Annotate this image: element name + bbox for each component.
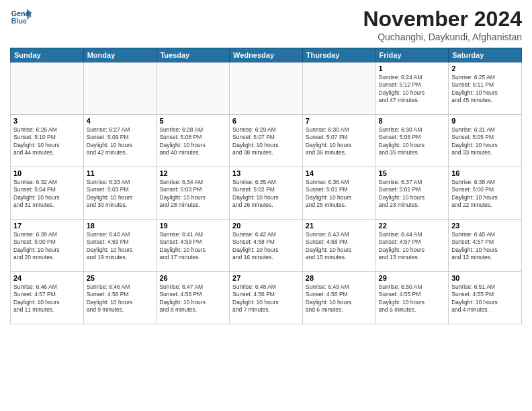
day-number: 3 [13,117,81,125]
day-info: Sunrise: 6:42 AM Sunset: 4:58 PM Dayligh… [232,231,300,262]
day-number: 14 [306,169,373,177]
day-info: Sunrise: 6:46 AM Sunset: 4:56 PM Dayligh… [87,283,154,314]
week-row-0: 1Sunrise: 6:24 AM Sunset: 5:12 PM Daylig… [11,62,522,115]
week-row-4: 24Sunrise: 6:46 AM Sunset: 4:57 PM Dayli… [11,272,522,324]
day-info: Sunrise: 6:40 AM Sunset: 4:59 PM Dayligh… [87,231,154,262]
day-info: Sunrise: 6:34 AM Sunset: 5:03 PM Dayligh… [159,179,226,210]
day-number: 21 [306,222,373,230]
day-info: Sunrise: 6:47 AM Sunset: 4:56 PM Dayligh… [159,283,226,314]
calendar-header-row: Sunday Monday Tuesday Wednesday Thursday… [11,48,522,62]
day-info: Sunrise: 6:39 AM Sunset: 5:00 PM Dayligh… [13,231,81,262]
day-number: 22 [379,222,446,230]
day-cell [83,62,157,115]
day-info: Sunrise: 6:45 AM Sunset: 4:57 PM Dayligh… [451,231,519,262]
day-info: Sunrise: 6:51 AM Sunset: 4:55 PM Dayligh… [451,283,519,314]
day-cell: 19Sunrise: 6:41 AM Sunset: 4:59 PM Dayli… [157,220,230,272]
day-cell: 30Sunrise: 6:51 AM Sunset: 4:55 PM Dayli… [449,272,522,324]
day-cell [11,62,84,115]
day-number: 25 [87,274,154,282]
day-info: Sunrise: 6:46 AM Sunset: 4:57 PM Dayligh… [13,283,81,314]
title-block: November 2024 Quchanghi, Daykundi, Afgha… [363,7,522,42]
page: General Blue November 2024 Quchanghi, Da… [0,0,532,411]
day-info: Sunrise: 6:44 AM Sunset: 4:57 PM Dayligh… [379,231,446,262]
day-info: Sunrise: 6:50 AM Sunset: 4:55 PM Dayligh… [379,283,446,314]
day-number: 10 [13,169,81,177]
day-cell: 14Sunrise: 6:36 AM Sunset: 5:01 PM Dayli… [302,167,375,220]
header-thursday: Thursday [302,48,375,62]
day-info: Sunrise: 6:27 AM Sunset: 5:09 PM Dayligh… [87,126,154,157]
day-cell: 17Sunrise: 6:39 AM Sunset: 5:00 PM Dayli… [11,220,84,272]
day-info: Sunrise: 6:35 AM Sunset: 5:02 PM Dayligh… [232,179,300,210]
day-info: Sunrise: 6:43 AM Sunset: 4:58 PM Dayligh… [306,231,373,262]
day-info: Sunrise: 6:32 AM Sunset: 5:04 PM Dayligh… [13,179,81,210]
day-cell: 2Sunrise: 6:25 AM Sunset: 5:11 PM Daylig… [449,62,522,115]
day-cell: 26Sunrise: 6:47 AM Sunset: 4:56 PM Dayli… [157,272,230,324]
day-cell: 15Sunrise: 6:37 AM Sunset: 5:01 PM Dayli… [375,167,449,220]
day-info: Sunrise: 6:33 AM Sunset: 5:03 PM Dayligh… [87,179,154,210]
day-number: 28 [306,274,373,282]
header-monday: Monday [83,48,157,62]
day-cell [157,62,230,115]
day-info: Sunrise: 6:37 AM Sunset: 5:01 PM Dayligh… [379,179,446,210]
day-info: Sunrise: 6:31 AM Sunset: 5:05 PM Dayligh… [451,126,519,157]
day-cell: 10Sunrise: 6:32 AM Sunset: 5:04 PM Dayli… [11,167,84,220]
week-row-3: 17Sunrise: 6:39 AM Sunset: 5:00 PM Dayli… [11,220,522,272]
week-row-1: 3Sunrise: 6:26 AM Sunset: 5:10 PM Daylig… [11,115,522,167]
day-info: Sunrise: 6:49 AM Sunset: 4:56 PM Dayligh… [306,283,373,314]
day-number: 2 [451,64,519,73]
day-cell: 11Sunrise: 6:33 AM Sunset: 5:03 PM Dayli… [83,167,157,220]
day-info: Sunrise: 6:41 AM Sunset: 4:59 PM Dayligh… [159,231,226,262]
day-number: 6 [232,117,300,125]
day-cell: 23Sunrise: 6:45 AM Sunset: 4:57 PM Dayli… [449,220,522,272]
day-cell: 5Sunrise: 6:28 AM Sunset: 5:08 PM Daylig… [157,115,230,167]
day-number: 13 [232,169,300,177]
day-number: 19 [159,222,226,230]
day-cell: 4Sunrise: 6:27 AM Sunset: 5:09 PM Daylig… [83,115,157,167]
day-number: 30 [451,274,519,282]
day-info: Sunrise: 6:36 AM Sunset: 5:01 PM Dayligh… [306,179,373,210]
day-cell [230,62,303,115]
day-cell: 25Sunrise: 6:46 AM Sunset: 4:56 PM Dayli… [83,272,157,324]
header-wednesday: Wednesday [230,48,303,62]
logo-icon: General Blue [10,7,32,28]
day-cell: 24Sunrise: 6:46 AM Sunset: 4:57 PM Dayli… [11,272,84,324]
day-number: 29 [379,274,446,282]
day-number: 18 [87,222,154,230]
subtitle: Quchanghi, Daykundi, Afghanistan [363,32,522,42]
day-number: 8 [379,117,446,125]
day-number: 24 [13,274,81,282]
day-number: 23 [451,222,519,230]
day-info: Sunrise: 6:48 AM Sunset: 4:56 PM Dayligh… [232,283,300,314]
header-friday: Friday [375,48,449,62]
day-cell: 16Sunrise: 6:38 AM Sunset: 5:00 PM Dayli… [449,167,522,220]
day-cell: 21Sunrise: 6:43 AM Sunset: 4:58 PM Dayli… [302,220,375,272]
header-saturday: Saturday [449,48,522,62]
day-number: 1 [379,64,446,73]
day-info: Sunrise: 6:30 AM Sunset: 5:06 PM Dayligh… [379,126,446,157]
day-cell: 27Sunrise: 6:48 AM Sunset: 4:56 PM Dayli… [230,272,303,324]
day-number: 26 [159,274,226,282]
day-info: Sunrise: 6:38 AM Sunset: 5:00 PM Dayligh… [451,179,519,210]
week-row-2: 10Sunrise: 6:32 AM Sunset: 5:04 PM Dayli… [11,167,522,220]
day-cell: 22Sunrise: 6:44 AM Sunset: 4:57 PM Dayli… [375,220,449,272]
day-info: Sunrise: 6:29 AM Sunset: 5:07 PM Dayligh… [232,126,300,157]
day-number: 7 [306,117,373,125]
day-cell: 18Sunrise: 6:40 AM Sunset: 4:59 PM Dayli… [83,220,157,272]
header-sunday: Sunday [11,48,84,62]
day-cell: 7Sunrise: 6:30 AM Sunset: 5:07 PM Daylig… [302,115,375,167]
day-number: 12 [159,169,226,177]
day-info: Sunrise: 6:25 AM Sunset: 5:11 PM Dayligh… [451,74,519,105]
day-number: 15 [379,169,446,177]
day-number: 20 [232,222,300,230]
header-tuesday: Tuesday [157,48,230,62]
svg-text:Blue: Blue [11,17,27,25]
day-info: Sunrise: 6:24 AM Sunset: 5:12 PM Dayligh… [379,74,446,105]
logo: General Blue [10,7,32,28]
day-cell: 12Sunrise: 6:34 AM Sunset: 5:03 PM Dayli… [157,167,230,220]
day-info: Sunrise: 6:30 AM Sunset: 5:07 PM Dayligh… [306,126,373,157]
day-cell: 1Sunrise: 6:24 AM Sunset: 5:12 PM Daylig… [375,62,449,115]
day-number: 16 [451,169,519,177]
day-cell: 20Sunrise: 6:42 AM Sunset: 4:58 PM Dayli… [230,220,303,272]
day-number: 11 [87,169,154,177]
day-info: Sunrise: 6:28 AM Sunset: 5:08 PM Dayligh… [159,126,226,157]
